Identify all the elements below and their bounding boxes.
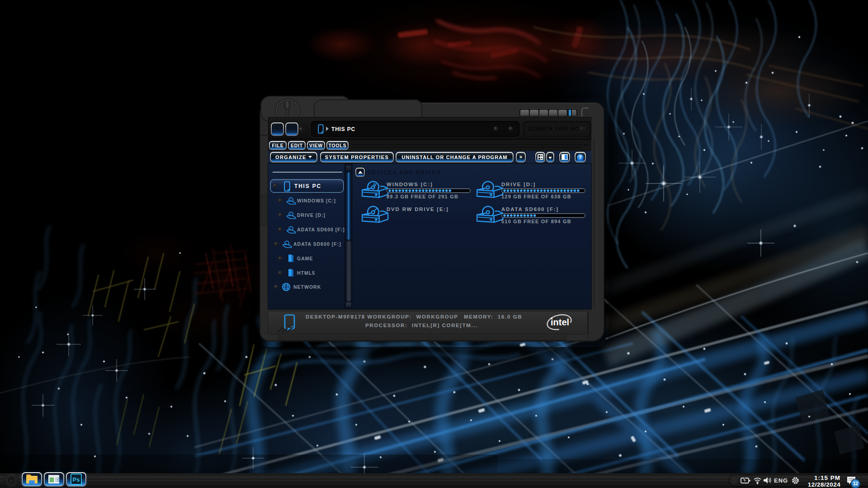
svg-text:Ps: Ps <box>73 476 80 483</box>
svg-text:intel: intel <box>551 317 569 327</box>
